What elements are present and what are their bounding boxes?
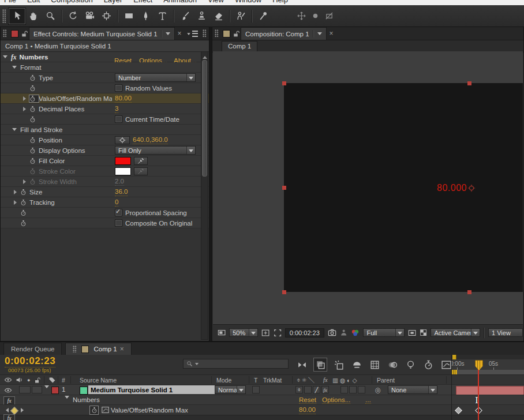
menu-edit[interactable]: Edit <box>27 0 40 5</box>
resolution-dropdown[interactable]: Full <box>363 328 404 337</box>
show-channels-icon[interactable] <box>351 328 360 337</box>
chevron-down-icon[interactable] <box>317 32 322 38</box>
tab-composition[interactable]: Composition: Comp 1 <box>241 27 327 40</box>
always-preview-icon[interactable] <box>218 328 226 337</box>
ec-row-format[interactable]: Format <box>1 62 209 73</box>
stopwatch-icon[interactable] <box>29 147 39 154</box>
stopwatch-icon[interactable] <box>29 178 39 185</box>
twirl-closed-icon[interactable] <box>23 96 28 101</box>
viewer-timecode[interactable]: 0:00:02:23 <box>285 328 324 337</box>
type-tool[interactable] <box>154 8 171 24</box>
keyframe-at-time-icon[interactable] <box>10 407 18 415</box>
blend-mode-dropdown[interactable]: Normal <box>215 385 246 394</box>
view-layout-dropdown[interactable]: 1 View <box>488 328 523 337</box>
fx-toggle-icon[interactable]: fx <box>3 414 15 420</box>
checkbox[interactable] <box>115 115 122 123</box>
menu-effect[interactable]: Effect <box>133 0 152 5</box>
ec-row-random-values[interactable]: Random Values <box>1 83 209 93</box>
stopwatch-icon[interactable] <box>29 95 39 102</box>
brush-tool[interactable] <box>177 8 193 24</box>
property-value[interactable]: 80.00 <box>299 406 316 414</box>
property-value[interactable]: 80.00 <box>115 95 132 103</box>
parent-pickwhip-icon[interactable]: ◎ <box>375 386 381 394</box>
tab-comp1-timeline[interactable]: Comp 1 × <box>65 343 131 355</box>
property-value[interactable]: 640.0,360.0 <box>133 136 168 144</box>
shy-layers-button[interactable] <box>350 358 363 371</box>
twirl-closed-icon[interactable] <box>14 190 19 194</box>
menu-file[interactable]: File <box>4 0 16 5</box>
navigator-start-handle[interactable] <box>452 355 456 359</box>
twirl-closed-icon[interactable] <box>14 200 19 205</box>
panel-menu-button[interactable] <box>186 30 198 38</box>
region-of-interest-icon[interactable] <box>274 328 282 337</box>
tab-render-queue[interactable]: Render Queue <box>3 343 62 355</box>
brainstorm-button[interactable] <box>404 358 417 371</box>
stopwatch-icon[interactable] <box>29 74 39 81</box>
3d-view-dropdown[interactable]: Active Camera <box>431 328 480 337</box>
no-snap-icon[interactable] <box>325 12 334 20</box>
chevron-down-icon[interactable] <box>166 32 170 38</box>
live-update-button[interactable] <box>313 358 327 372</box>
ec-row-proportional-spacing[interactable]: Proportional Spacing <box>1 208 209 218</box>
stopwatch-icon[interactable] <box>29 158 39 164</box>
checkbox[interactable] <box>115 219 122 227</box>
stopwatch-icon[interactable] <box>29 106 39 112</box>
clone-stamp-tool[interactable] <box>193 8 210 24</box>
color-swatch[interactable] <box>115 157 131 165</box>
target-region-icon[interactable] <box>408 328 416 337</box>
selection-handle[interactable] <box>282 290 286 294</box>
stopwatch-icon[interactable] <box>20 209 29 216</box>
status-dot-icon[interactable] <box>311 12 320 20</box>
stopwatch-icon[interactable] <box>29 137 39 144</box>
menu-animation[interactable]: Animation <box>163 0 197 5</box>
ec-row-value-offset-random-max[interactable]: Value/Offset/Random Max80.00 <box>1 93 209 104</box>
snapshot-icon[interactable] <box>328 328 336 337</box>
magnification-dropdown[interactable]: 50% <box>229 328 258 337</box>
time-ruler[interactable]: 0:00s 05s <box>452 359 524 370</box>
ec-row-tracking[interactable]: Tracking0 <box>1 197 209 208</box>
menu-help[interactable]: Help <box>272 0 288 5</box>
color-swatch[interactable] <box>115 167 131 175</box>
layer-name[interactable]: Medium Turquoise Solid 1 <box>88 385 215 394</box>
stopwatch-icon[interactable] <box>20 220 29 227</box>
column-source-name[interactable]: Source Name <box>80 377 117 384</box>
column-parent[interactable]: Parent <box>377 377 395 384</box>
transparency-grid-icon[interactable] <box>420 328 427 337</box>
lock-icon[interactable] <box>232 30 239 38</box>
panel-grip[interactable] <box>2 9 6 23</box>
more-link[interactable]: ... <box>365 396 371 404</box>
ec-row-stroke-color[interactable]: Stroke Color <box>1 166 209 177</box>
close-icon[interactable]: × <box>178 31 182 36</box>
motion-blur-button[interactable] <box>386 358 399 371</box>
mini-flowchart-button[interactable] <box>295 358 308 371</box>
eraser-tool[interactable] <box>210 8 227 24</box>
dropdown[interactable]: Fill Only <box>115 146 196 155</box>
current-time-display[interactable]: 0:00:02:23 <box>5 355 55 367</box>
search-options-icon[interactable] <box>195 363 199 367</box>
viewer-tab-comp1[interactable]: Comp 1 <box>222 41 257 52</box>
dropdown[interactable]: Number <box>115 73 196 82</box>
layer-row[interactable]: 1 Medium Turquoise Solid 1 Normal ⌽ ╱ fx… <box>0 384 451 395</box>
selection-handle[interactable] <box>467 290 471 294</box>
twirl-open-icon[interactable] <box>12 128 17 133</box>
show-snapshot-icon[interactable] <box>340 328 347 337</box>
stopwatch-icon[interactable] <box>20 189 29 196</box>
scroll-up-icon[interactable] <box>203 54 207 59</box>
close-icon[interactable]: × <box>120 346 124 352</box>
eyedropper-button[interactable] <box>134 167 148 175</box>
twirl-open-icon[interactable] <box>12 66 17 71</box>
menu-composition[interactable]: Composition <box>51 0 92 5</box>
stopwatch-icon[interactable] <box>29 116 39 123</box>
solid-layer-canvas[interactable] <box>284 83 523 292</box>
pan-behind-tool[interactable] <box>98 8 115 24</box>
selection-tool[interactable] <box>9 8 25 24</box>
property-value[interactable]: 3 <box>115 105 118 113</box>
selection-handle[interactable] <box>282 186 286 190</box>
scrollbar-thumb[interactable] <box>202 60 207 177</box>
composition-viewer[interactable]: 80.000 <box>213 51 523 325</box>
ec-row-decimal-places[interactable]: Decimal Places3 <box>1 104 209 114</box>
puppet-pin-tool[interactable] <box>255 8 272 24</box>
checkbox[interactable] <box>115 84 122 92</box>
stopwatch-icon[interactable] <box>29 85 39 92</box>
effect-header-row[interactable]: fx Numbers Reset Options... About... <box>1 52 209 62</box>
